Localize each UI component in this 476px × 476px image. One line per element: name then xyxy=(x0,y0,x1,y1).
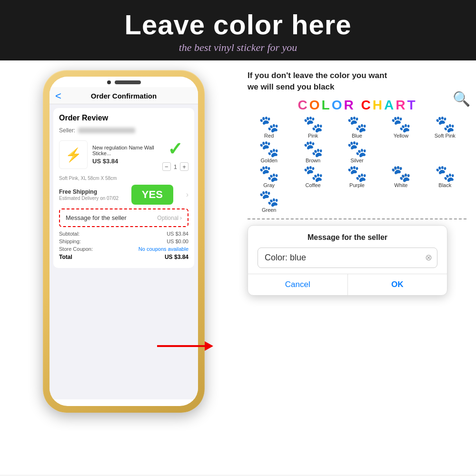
instruction-text: If you don't leave the color you want we… xyxy=(248,70,466,93)
color-label-softpink: Soft Pink xyxy=(435,133,456,139)
color-label-coffee: Coffee xyxy=(305,182,320,188)
shipping-row: Free Shipping Estimated Delivery on 07/0… xyxy=(59,185,188,205)
dialog-input-value: Color: blue xyxy=(265,253,306,263)
free-shipping-label: Free Shipping xyxy=(59,188,119,195)
seller-row: Seller: xyxy=(59,127,188,134)
color-label-red: Red xyxy=(264,133,274,139)
phone-top-bar xyxy=(50,77,198,87)
speaker-icon xyxy=(115,80,141,84)
message-for-seller-row[interactable]: Message for the seller Optional › xyxy=(59,208,188,227)
color-item-gray: 🐾 Gray xyxy=(248,165,290,188)
paw-green: 🐾 xyxy=(259,190,279,206)
header-banner: Leave color here the best vinyl sticker … xyxy=(0,0,476,60)
main-content: < Order Confirmation Order Review Seller… xyxy=(0,60,476,475)
qty-value: 1 xyxy=(174,163,177,170)
arrow-head-icon xyxy=(205,341,213,351)
empty-cell-1 xyxy=(379,140,422,163)
color-label-green: Green xyxy=(262,207,277,213)
phone-section: < Order Confirmation Order Review Seller… xyxy=(0,60,238,475)
subtotal-label: Subtotal: xyxy=(59,231,79,237)
color-label-golden: Golden xyxy=(260,158,277,163)
paw-golden: 🐾 xyxy=(259,140,279,157)
pikachu-icon: ⚡ xyxy=(65,147,82,163)
color-item-silver: 🐾 Silver xyxy=(336,140,378,163)
screen-title: Order Confirmation xyxy=(91,92,157,100)
total-value: US $3.84 xyxy=(165,254,188,260)
product-price: US $3.84 xyxy=(92,158,158,165)
paw-yellow: 🐾 xyxy=(391,116,411,132)
phone-screen-outer: < Order Confirmation Order Review Seller… xyxy=(50,77,198,406)
main-title: Leave color here xyxy=(10,9,466,40)
color-item-coffee: 🐾 Coffee xyxy=(291,165,334,188)
coupon-value[interactable]: No coupons available xyxy=(139,246,188,252)
quantity-control: − 1 + xyxy=(162,162,188,171)
paw-blue: 🐾 xyxy=(347,116,367,132)
qty-minus[interactable]: − xyxy=(162,162,171,171)
arrow-line xyxy=(157,345,205,347)
color-label-brown: Brown xyxy=(306,158,320,163)
color-label-pink: Pink xyxy=(308,133,318,139)
color-label-purple: Purple xyxy=(349,182,365,188)
subtotal-value: US $3.84 xyxy=(167,231,188,237)
message-optional: Optional › xyxy=(157,215,182,221)
chevron-right-icon: › xyxy=(186,190,188,199)
color-item-red: 🐾 Red xyxy=(248,116,290,139)
estimated-delivery: Estimated Delivery on 07/02 xyxy=(59,196,119,201)
dialog-input-field[interactable]: Color: blue ⊗ xyxy=(258,248,437,268)
magnifier-icon: 🔍 xyxy=(453,90,471,107)
message-dialog: Message for the seller Color: blue ⊗ Can… xyxy=(248,225,447,296)
paw-pink: 🐾 xyxy=(303,116,323,132)
paw-brown: 🐾 xyxy=(303,140,323,157)
color-item-pink: 🐾 Pink xyxy=(291,116,334,139)
paw-coffee: 🐾 xyxy=(303,165,323,181)
totals-section: Subtotal: US $3.84 Shipping: US $0.00 St… xyxy=(59,231,188,260)
seller-label: Seller: xyxy=(59,127,75,134)
paw-white: 🐾 xyxy=(391,165,411,181)
color-item-golden: 🐾 Golden xyxy=(248,140,290,163)
color-item-white: 🐾 White xyxy=(379,165,422,188)
shipping-info: Free Shipping Estimated Delivery on 07/0… xyxy=(59,188,119,201)
color-label-black: Black xyxy=(438,182,451,188)
coupon-row: Store Coupon: No coupons available xyxy=(59,246,188,252)
color-item-purple: 🐾 Purple xyxy=(336,165,378,188)
clear-icon[interactable]: ⊗ xyxy=(425,252,432,263)
paw-purple: 🐾 xyxy=(347,165,367,181)
shipping-label: Shipping: xyxy=(59,238,81,244)
chevron-right-small-icon: › xyxy=(180,215,182,221)
total-label: Total xyxy=(59,254,72,260)
right-section: If you don't leave the color you want we… xyxy=(238,60,476,475)
screen-header: < Order Confirmation xyxy=(50,87,198,104)
color-chart-title: C O L O R C H A R T 🔍 xyxy=(248,98,466,113)
color-item-blue: 🐾 Blue xyxy=(336,116,378,139)
product-name: New regulation Name Wall Sticke... xyxy=(92,145,158,156)
subtotal-row: Subtotal: US $3.84 xyxy=(59,231,188,237)
shipping-total-row: Shipping: US $0.00 xyxy=(59,238,188,244)
color-label-silver: Silver xyxy=(350,158,364,163)
order-review-title: Order Review xyxy=(59,114,188,122)
color-item-black: 🐾 Black xyxy=(424,165,466,188)
variant-text: Soft Pink, XL 58cm X 58cm xyxy=(59,176,188,181)
back-button[interactable]: < xyxy=(55,90,61,102)
dialog-title: Message for the seller xyxy=(258,233,437,242)
dialog-cancel-button[interactable]: Cancel xyxy=(248,274,348,295)
dialog-ok-button[interactable]: OK xyxy=(348,274,447,295)
color-label-blue: Blue xyxy=(352,133,362,139)
screen-body: Order Review Seller: ⚡ New regulation Na… xyxy=(53,108,194,268)
product-image: ⚡ xyxy=(59,140,88,169)
paw-red: 🐾 xyxy=(259,116,279,132)
arrow-indicator xyxy=(157,341,213,351)
section-divider xyxy=(248,218,466,219)
seller-name-blurred xyxy=(78,128,135,133)
empty-cell-2 xyxy=(424,140,466,163)
paw-black: 🐾 xyxy=(435,165,455,181)
product-row: ⚡ New regulation Name Wall Sticke... US … xyxy=(59,139,188,171)
yes-button[interactable]: YES xyxy=(131,185,173,205)
checkmark-icon: ✓ xyxy=(168,139,183,159)
header-subtitle: the best vinyl sticker for you xyxy=(10,41,466,54)
grand-total-row: Total US $3.84 xyxy=(59,254,188,260)
coupon-label: Store Coupon: xyxy=(59,246,93,252)
message-label: Message for the seller xyxy=(66,214,127,221)
phone-screen: < Order Confirmation Order Review Seller… xyxy=(50,87,198,399)
qty-plus[interactable]: + xyxy=(180,162,188,171)
camera-icon xyxy=(107,80,111,84)
